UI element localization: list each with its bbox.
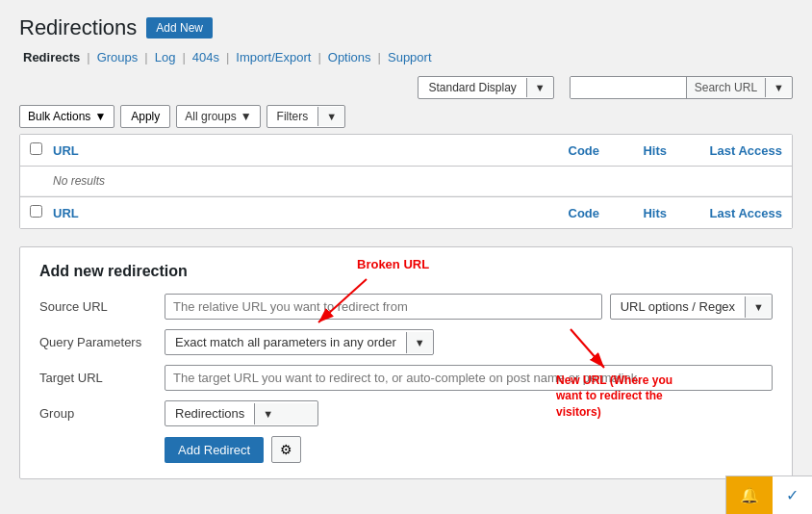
group-select[interactable]: Redirections ▼ [165,400,318,426]
search-url-label: Search URL [686,77,765,98]
check-button[interactable]: ✓ [773,476,812,514]
col-header-last-access: Last Access [667,143,782,158]
query-params-row: Query Parameters Exact match all paramet… [39,329,773,355]
group-value: Redirections [165,401,254,425]
col-header-url: URL [53,143,522,158]
col-header-hits: Hits [599,143,667,158]
no-results-text: No results [53,174,782,188]
bulk-actions-arrow-icon: ▼ [94,110,106,123]
col-footer-last-access: Last Access [667,206,782,220]
col-footer-code: Code [522,206,599,220]
query-params-arrow-icon[interactable]: ▼ [406,332,433,353]
action-row: Add Redirect ⚙ [39,436,773,463]
all-groups-arrow-icon: ▼ [241,110,252,123]
add-section-title: Add new redirection [39,263,773,280]
bulk-actions-label: Bulk Actions [28,110,90,123]
target-url-input[interactable] [165,365,773,391]
select-all-checkbox[interactable] [30,142,42,155]
source-url-row: Source URL URL options / Regex ▼ [39,294,773,320]
apply-button[interactable]: Apply [120,105,170,128]
group-label: Group [39,406,155,421]
url-options-select[interactable]: URL options / Regex ▼ [610,294,773,320]
standard-display-label: Standard Display [419,77,525,98]
all-groups-label: All groups [185,110,236,123]
nav-tab-import-export[interactable]: Import/Export [232,50,315,64]
nav-tab-404s[interactable]: 404s [189,50,223,64]
query-params-select[interactable]: Exact match all parameters in any order … [165,329,434,355]
source-url-input[interactable] [165,294,602,320]
url-options-label: URL options / Regex [611,295,745,319]
all-groups-select[interactable]: All groups ▼ [176,105,260,128]
page-title: Redirections [19,15,137,40]
query-params-label: Query Parameters [39,335,155,349]
filters-label: Filters [267,106,318,127]
col-footer-hits: Hits [599,206,667,220]
query-params-value: Exact match all parameters in any order [165,330,406,354]
nav-tab-groups[interactable]: Groups [93,50,142,64]
target-url-row: Target URL [39,365,773,391]
standard-display-select[interactable]: Standard Display ▼ [418,76,553,99]
nav-tab-support[interactable]: Support [384,50,436,64]
col-header-code: Code [522,143,599,158]
table-header: URL Code Hits Last Access [20,135,792,167]
search-url-wrap: Search URL ▼ [570,76,793,99]
bulk-actions-button[interactable]: Bulk Actions ▼ [19,105,114,128]
target-url-label: Target URL [39,371,155,385]
bell-button[interactable]: 🔔 [726,476,773,514]
corner-buttons: 🔔 ✓ [725,475,812,514]
url-options-arrow-icon[interactable]: ▼ [745,296,772,318]
search-url-input[interactable] [571,77,686,98]
group-arrow-icon[interactable]: ▼ [254,403,317,424]
filters-arrow-icon[interactable]: ▼ [317,107,344,126]
nav-tab-redirects[interactable]: Redirects [19,50,84,64]
add-new-button[interactable]: Add New [146,17,213,39]
standard-display-arrow[interactable]: ▼ [526,78,553,97]
search-url-arrow[interactable]: ▼ [765,78,792,97]
nav-tab-options[interactable]: Options [324,50,375,64]
nav-tab-log[interactable]: Log [151,50,180,64]
col-footer-url: URL [53,206,522,220]
no-results-row: No results [20,167,792,196]
select-all-footer-checkbox[interactable] [30,205,42,218]
add-redirect-button[interactable]: Add Redirect [165,437,264,463]
nav-tabs: Redirects | Groups | Log | 404s | Import… [19,50,793,64]
filters-select[interactable]: Filters ▼ [266,105,346,128]
gear-button[interactable]: ⚙ [271,436,301,463]
table-footer: URL Code Hits Last Access [20,196,792,228]
source-url-label: Source URL [39,299,155,314]
group-row: Group Redirections ▼ [39,400,773,426]
